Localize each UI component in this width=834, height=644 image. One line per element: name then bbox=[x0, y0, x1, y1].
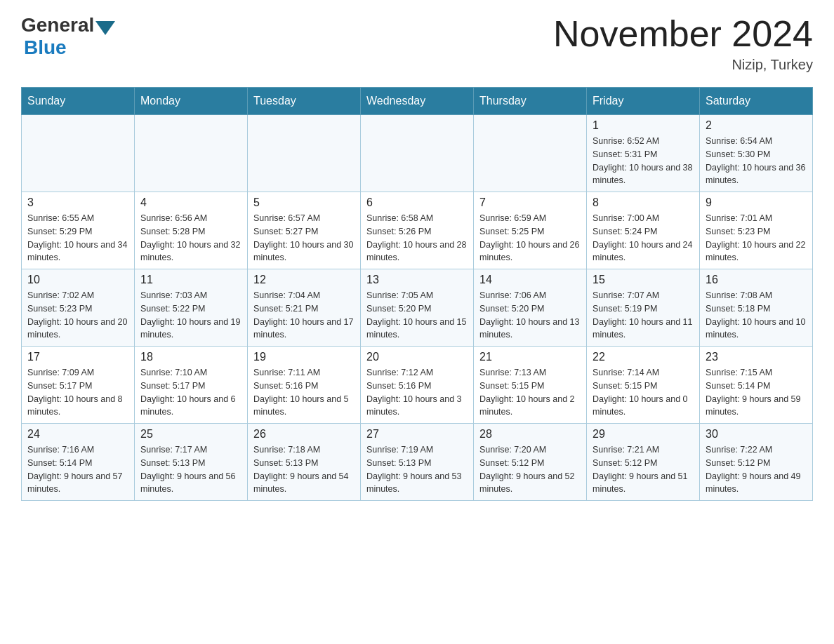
day-info: Sunrise: 7:20 AMSunset: 5:12 PMDaylight:… bbox=[479, 443, 581, 496]
calendar-cell: 20Sunrise: 7:12 AMSunset: 5:16 PMDayligh… bbox=[361, 347, 474, 424]
logo-blue: Blue bbox=[24, 36, 67, 58]
day-info: Sunrise: 7:03 AMSunset: 5:22 PMDaylight:… bbox=[140, 289, 241, 342]
day-number: 1 bbox=[593, 119, 694, 132]
day-number: 22 bbox=[593, 351, 694, 363]
day-number: 6 bbox=[366, 196, 468, 209]
calendar-cell: 27Sunrise: 7:19 AMSunset: 5:13 PMDayligh… bbox=[361, 424, 474, 501]
calendar-cell: 1Sunrise: 6:52 AMSunset: 5:31 PMDaylight… bbox=[587, 115, 700, 192]
calendar-cell: 19Sunrise: 7:11 AMSunset: 5:16 PMDayligh… bbox=[248, 347, 361, 424]
day-info: Sunrise: 7:00 AMSunset: 5:24 PMDaylight:… bbox=[593, 212, 694, 264]
day-number: 27 bbox=[366, 428, 468, 441]
day-info: Sunrise: 7:18 AMSunset: 5:13 PMDaylight:… bbox=[253, 443, 355, 496]
calendar-cell: 29Sunrise: 7:21 AMSunset: 5:12 PMDayligh… bbox=[587, 424, 700, 501]
page-header: General Blue November 2024 Nizip, Turkey bbox=[21, 14, 813, 73]
day-info: Sunrise: 7:21 AMSunset: 5:12 PMDaylight:… bbox=[593, 443, 694, 496]
calendar-cell: 30Sunrise: 7:22 AMSunset: 5:12 PMDayligh… bbox=[700, 424, 813, 501]
calendar-week-2: 3Sunrise: 6:55 AMSunset: 5:29 PMDaylight… bbox=[22, 192, 813, 269]
day-number: 19 bbox=[253, 351, 355, 363]
col-wednesday: Wednesday bbox=[361, 88, 474, 115]
day-info: Sunrise: 7:15 AMSunset: 5:14 PMDaylight:… bbox=[706, 366, 807, 419]
calendar-week-3: 10Sunrise: 7:02 AMSunset: 5:23 PMDayligh… bbox=[22, 269, 813, 347]
calendar-cell: 28Sunrise: 7:20 AMSunset: 5:12 PMDayligh… bbox=[474, 424, 587, 501]
day-info: Sunrise: 7:04 AMSunset: 5:21 PMDaylight:… bbox=[253, 289, 355, 342]
day-number: 2 bbox=[706, 119, 807, 132]
day-info: Sunrise: 7:06 AMSunset: 5:20 PMDaylight:… bbox=[479, 289, 581, 342]
logo-text: General bbox=[21, 14, 117, 36]
month-title: November 2024 bbox=[553, 14, 813, 54]
day-info: Sunrise: 6:57 AMSunset: 5:27 PMDaylight:… bbox=[253, 212, 355, 264]
day-number: 25 bbox=[140, 428, 241, 441]
calendar-header-row: Sunday Monday Tuesday Wednesday Thursday… bbox=[22, 88, 813, 115]
day-number: 17 bbox=[27, 351, 128, 363]
day-info: Sunrise: 7:08 AMSunset: 5:18 PMDaylight:… bbox=[706, 289, 807, 342]
calendar-cell: 8Sunrise: 7:00 AMSunset: 5:24 PMDaylight… bbox=[587, 192, 700, 269]
day-number: 8 bbox=[593, 196, 694, 209]
day-info: Sunrise: 7:14 AMSunset: 5:15 PMDaylight:… bbox=[593, 366, 694, 419]
calendar-cell: 11Sunrise: 7:03 AMSunset: 5:22 PMDayligh… bbox=[135, 269, 248, 347]
day-number: 10 bbox=[27, 274, 128, 286]
day-info: Sunrise: 7:17 AMSunset: 5:13 PMDaylight:… bbox=[140, 443, 241, 496]
calendar-cell: 16Sunrise: 7:08 AMSunset: 5:18 PMDayligh… bbox=[700, 269, 813, 347]
day-number: 28 bbox=[479, 428, 581, 441]
day-number: 18 bbox=[140, 351, 241, 363]
day-number: 4 bbox=[140, 196, 241, 209]
day-number: 15 bbox=[593, 274, 694, 286]
col-sunday: Sunday bbox=[22, 88, 135, 115]
day-info: Sunrise: 7:13 AMSunset: 5:15 PMDaylight:… bbox=[479, 366, 581, 419]
day-info: Sunrise: 7:02 AMSunset: 5:23 PMDaylight:… bbox=[27, 289, 128, 342]
calendar-cell: 5Sunrise: 6:57 AMSunset: 5:27 PMDaylight… bbox=[248, 192, 361, 269]
day-number: 20 bbox=[366, 351, 468, 363]
day-info: Sunrise: 6:55 AMSunset: 5:29 PMDaylight:… bbox=[27, 212, 128, 264]
day-info: Sunrise: 7:05 AMSunset: 5:20 PMDaylight:… bbox=[366, 289, 468, 342]
calendar-week-1: 1Sunrise: 6:52 AMSunset: 5:31 PMDaylight… bbox=[22, 115, 813, 192]
day-number: 5 bbox=[253, 196, 355, 209]
calendar-week-4: 17Sunrise: 7:09 AMSunset: 5:17 PMDayligh… bbox=[22, 347, 813, 424]
calendar-cell: 14Sunrise: 7:06 AMSunset: 5:20 PMDayligh… bbox=[474, 269, 587, 347]
calendar-cell: 21Sunrise: 7:13 AMSunset: 5:15 PMDayligh… bbox=[474, 347, 587, 424]
calendar-cell bbox=[135, 115, 248, 192]
day-number: 7 bbox=[479, 196, 581, 209]
col-tuesday: Tuesday bbox=[248, 88, 361, 115]
calendar-table: Sunday Monday Tuesday Wednesday Thursday… bbox=[21, 87, 813, 501]
day-number: 13 bbox=[366, 274, 468, 286]
calendar-cell: 6Sunrise: 6:58 AMSunset: 5:26 PMDaylight… bbox=[361, 192, 474, 269]
day-info: Sunrise: 7:19 AMSunset: 5:13 PMDaylight:… bbox=[366, 443, 468, 496]
calendar-cell bbox=[248, 115, 361, 192]
day-info: Sunrise: 6:52 AMSunset: 5:31 PMDaylight:… bbox=[593, 135, 694, 187]
calendar-cell: 26Sunrise: 7:18 AMSunset: 5:13 PMDayligh… bbox=[248, 424, 361, 501]
calendar-cell bbox=[361, 115, 474, 192]
calendar-cell: 13Sunrise: 7:05 AMSunset: 5:20 PMDayligh… bbox=[361, 269, 474, 347]
calendar-cell: 12Sunrise: 7:04 AMSunset: 5:21 PMDayligh… bbox=[248, 269, 361, 347]
day-info: Sunrise: 6:54 AMSunset: 5:30 PMDaylight:… bbox=[706, 135, 807, 187]
calendar-cell: 25Sunrise: 7:17 AMSunset: 5:13 PMDayligh… bbox=[135, 424, 248, 501]
day-number: 23 bbox=[706, 351, 807, 363]
calendar-cell: 15Sunrise: 7:07 AMSunset: 5:19 PMDayligh… bbox=[587, 269, 700, 347]
day-info: Sunrise: 7:09 AMSunset: 5:17 PMDaylight:… bbox=[27, 366, 128, 419]
day-number: 24 bbox=[27, 428, 128, 441]
day-info: Sunrise: 7:22 AMSunset: 5:12 PMDaylight:… bbox=[706, 443, 807, 496]
calendar-cell: 2Sunrise: 6:54 AMSunset: 5:30 PMDaylight… bbox=[700, 115, 813, 192]
logo-general: General bbox=[21, 14, 94, 36]
day-info: Sunrise: 7:16 AMSunset: 5:14 PMDaylight:… bbox=[27, 443, 128, 496]
calendar-cell: 9Sunrise: 7:01 AMSunset: 5:23 PMDaylight… bbox=[700, 192, 813, 269]
day-info: Sunrise: 7:01 AMSunset: 5:23 PMDaylight:… bbox=[706, 212, 807, 264]
day-info: Sunrise: 7:07 AMSunset: 5:19 PMDaylight:… bbox=[593, 289, 694, 342]
day-info: Sunrise: 7:11 AMSunset: 5:16 PMDaylight:… bbox=[253, 366, 355, 419]
day-number: 9 bbox=[706, 196, 807, 209]
day-number: 14 bbox=[479, 274, 581, 286]
calendar-week-5: 24Sunrise: 7:16 AMSunset: 5:14 PMDayligh… bbox=[22, 424, 813, 501]
calendar-cell: 24Sunrise: 7:16 AMSunset: 5:14 PMDayligh… bbox=[22, 424, 135, 501]
calendar-cell: 4Sunrise: 6:56 AMSunset: 5:28 PMDaylight… bbox=[135, 192, 248, 269]
day-number: 16 bbox=[706, 274, 807, 286]
title-section: November 2024 Nizip, Turkey bbox=[553, 14, 813, 73]
logo: General Blue bbox=[21, 14, 117, 59]
calendar-cell: 17Sunrise: 7:09 AMSunset: 5:17 PMDayligh… bbox=[22, 347, 135, 424]
day-number: 26 bbox=[253, 428, 355, 441]
location: Nizip, Turkey bbox=[553, 57, 813, 73]
day-number: 29 bbox=[593, 428, 694, 441]
calendar-cell: 22Sunrise: 7:14 AMSunset: 5:15 PMDayligh… bbox=[587, 347, 700, 424]
day-number: 21 bbox=[479, 351, 581, 363]
calendar-cell bbox=[474, 115, 587, 192]
day-info: Sunrise: 6:59 AMSunset: 5:25 PMDaylight:… bbox=[479, 212, 581, 264]
day-number: 3 bbox=[27, 196, 128, 209]
